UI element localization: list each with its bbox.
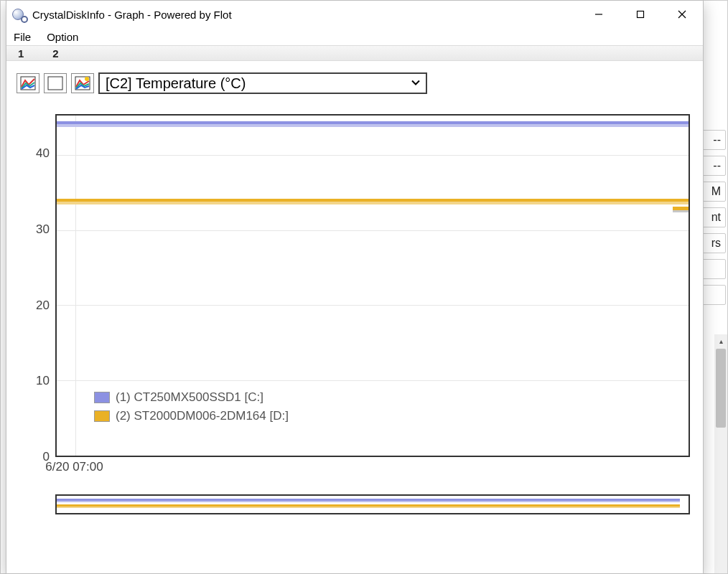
chart-multi-sun-icon — [75, 76, 90, 90]
chart-style-a-button[interactable] — [17, 73, 39, 93]
y-tick: 40 — [36, 146, 50, 161]
plot-area[interactable]: (1) CT250MX500SSD1 [C:] (2) ST2000DM006-… — [55, 114, 690, 457]
chart-multi-icon — [20, 76, 36, 90]
minimize-button[interactable] — [578, 1, 620, 28]
metric-dropdown-value: [C2] Temperature (°C) — [106, 75, 246, 92]
background-scrollbar: ▴ — [714, 334, 727, 573]
tab-1[interactable]: 1 — [12, 47, 29, 60]
minimize-icon — [594, 10, 603, 19]
y-tick: 30 — [36, 222, 50, 237]
graph-window: CrystalDiskInfo - Graph - Powered by Flo… — [6, 0, 704, 574]
menu-option[interactable]: Option — [44, 29, 81, 44]
overview-series-1-shadow — [57, 501, 680, 502]
y-tick: 20 — [36, 298, 50, 313]
maximize-icon — [636, 10, 645, 19]
chart-style-b-button[interactable] — [44, 73, 67, 93]
app-icon — [12, 7, 27, 22]
legend-swatch-1 — [94, 392, 110, 403]
legend-label-1: (1) CT250MX500SSD1 [C:] — [116, 388, 263, 407]
tab-2[interactable]: 2 — [47, 47, 64, 60]
legend-label-2: (2) ST2000DM006-2DM164 [D:] — [116, 407, 289, 425]
maximize-button[interactable] — [620, 1, 661, 28]
main-chart: 40 30 20 10 0 — [19, 114, 690, 457]
x-tick: 6/20 07:00 — [45, 460, 103, 474]
gridline-h — [57, 380, 689, 381]
legend-swatch-2 — [94, 410, 110, 422]
metric-dropdown[interactable]: [C2] Temperature (°C) — [98, 72, 427, 94]
menubar: File Option — [6, 28, 703, 45]
series-1-line-shadow — [57, 124, 689, 127]
tab-strip: 1 2 — [6, 45, 703, 61]
svg-rect-1 — [638, 11, 644, 18]
scroll-thumb — [716, 349, 726, 428]
scroll-up-icon: ▴ — [714, 334, 727, 347]
gridline-h — [57, 230, 689, 231]
chevron-down-icon — [410, 75, 421, 92]
overview-chart[interactable] — [55, 494, 690, 514]
menu-file[interactable]: File — [11, 29, 34, 44]
close-icon — [678, 10, 686, 19]
svg-point-7 — [85, 77, 89, 81]
series-2-tail-shadow — [673, 210, 689, 212]
gridline-h — [57, 305, 689, 306]
legend-item-1[interactable]: (1) CT250MX500SSD1 [C:] — [94, 388, 289, 407]
y-axis: 40 30 20 10 0 — [19, 114, 55, 457]
series-2-line-shadow — [57, 202, 689, 204]
overview-series-2-shadow — [57, 507, 680, 508]
gridline-v — [75, 116, 76, 456]
toolbar: [C2] Temperature (°C) — [6, 61, 703, 97]
window-title: CrystalDiskInfo - Graph - Powered by Flo… — [32, 9, 232, 21]
gridline-h — [57, 155, 689, 156]
svg-rect-5 — [48, 77, 62, 90]
x-axis: 6/20 07:00 — [55, 457, 690, 477]
legend: (1) CT250MX500SSD1 [C:] (2) ST2000DM006-… — [90, 387, 293, 427]
chart-blank-icon — [47, 76, 63, 90]
titlebar[interactable]: CrystalDiskInfo - Graph - Powered by Flo… — [6, 1, 703, 28]
legend-item-2[interactable]: (2) ST2000DM006-2DM164 [D:] — [94, 407, 289, 425]
chart-zone: 40 30 20 10 0 — [6, 97, 703, 514]
chart-style-c-button[interactable] — [71, 73, 94, 93]
close-button[interactable] — [661, 1, 703, 28]
y-tick: 10 — [36, 374, 50, 388]
